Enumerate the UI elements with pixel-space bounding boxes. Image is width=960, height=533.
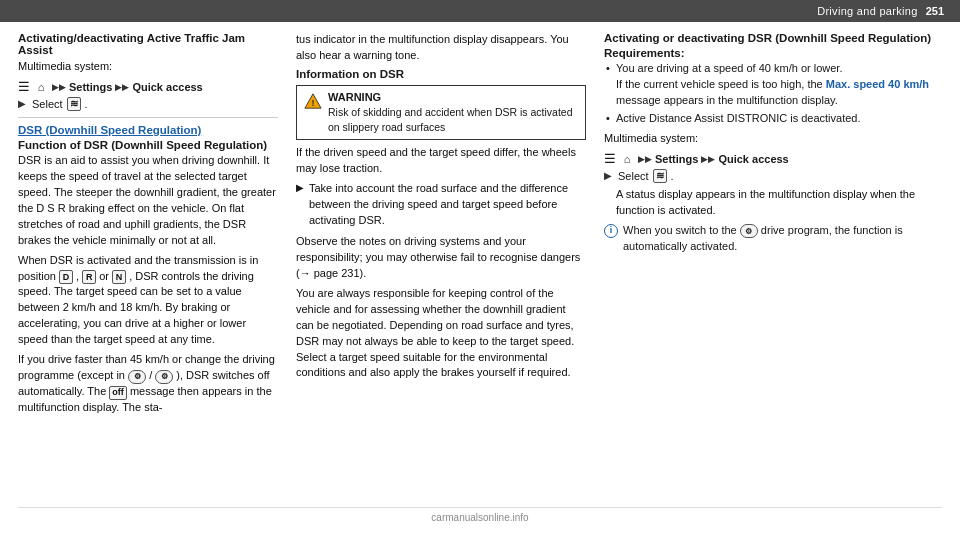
columns: Activating/deactivating Active Traffic J… [18,32,942,507]
info-text1: When you switch to the [623,224,737,236]
dsr-body1: DSR is an aid to assist you when driving… [18,153,278,249]
warning-triangle-icon: ! [304,92,322,110]
req-bullet1: You are driving at a speed of 40 km/h or… [604,61,942,109]
arrow2-left: ▶▶ [115,82,129,92]
dsr-or: or [99,270,109,282]
select-label-right: Select [618,170,649,182]
menu-icon-left: ☰ [18,79,30,94]
select-icon-left: ≋ [67,97,81,111]
footer-watermark: carmanualsonline.info [431,512,528,523]
multimedia-label-right: Multimedia system: [604,131,942,147]
dsr-slash: / [149,369,152,381]
dsr-function-heading: Function of DSR (Downhill Speed Regulati… [18,139,278,151]
action-bullet: ▶ Take into account the road surface and… [296,181,586,229]
quick-access-label-right: Quick access [718,153,788,165]
info-on-dsr-heading: Information on DSR [296,68,586,80]
select-icon-right: ≋ [653,169,667,183]
dsr-comma1: , [76,270,79,282]
settings-label-right: Settings [655,153,698,165]
dsr-prog-icon2: ⚙ [155,370,173,384]
col-left: Activating/deactivating Active Traffic J… [18,32,278,507]
req-bullet2: Active Distance Assist DISTRONIC is deac… [604,111,942,127]
dsr-D-icon: D [59,270,73,284]
dsr-R-icon: R [82,270,96,284]
arrow-bullet-right: ▶ [604,170,612,181]
dsr-prog-icon1: ⚙ [128,370,146,384]
action-text: Take into account the road surface and t… [309,181,586,229]
dsr-body3: If you drive faster than 45 km/h or chan… [18,352,278,416]
arrow1-left: ▶▶ [52,82,66,92]
status-text: A status display appears in the multifun… [604,187,942,219]
multimedia-nav-left: ☰ ⌂ ▶▶ Settings ▶▶ Quick access [18,79,278,95]
select-period-left: . [85,98,88,110]
dsr-N-icon: N [112,270,126,284]
select-label-left: Select [32,98,63,110]
info-line: i When you switch to the ⚙ drive program… [604,223,942,255]
requirements-list: You are driving at a speed of 40 km/h or… [604,61,942,127]
select-line-right: ▶ Select ≋ . [604,169,942,183]
col-right: Activating or deactivating DSR (Downhill… [604,32,942,507]
continued-text: tus indicator in the multifunction displ… [296,32,586,64]
dsr-body2: When DSR is activated and the transmissi… [18,253,278,349]
warning-triangle-container: ! [304,91,322,113]
warning-content: WARNING Risk of skidding and accident wh… [328,91,578,134]
info-drive-icon: ⚙ [740,224,758,238]
home-icon-left: ⌂ [33,79,49,95]
home-icon-right: ⌂ [619,151,635,167]
divider [18,117,278,118]
requirements-label: Requirements: [604,47,942,59]
warning-text: Risk of skidding and accident when DSR i… [328,105,578,134]
select-period-right: . [671,170,674,182]
content-area: Activating/deactivating Active Traffic J… [0,22,960,533]
menu-icon-right: ☰ [604,151,616,166]
req-speed-highlight: Max. speed 40 km/h [826,78,929,90]
multimedia-label-left: Multimedia system: [18,59,278,75]
req-bullet1b: If the current vehicle speed is too high… [616,78,823,90]
req-bullet1-text: You are driving at a speed of 40 km/h or… [616,62,842,74]
col-mid: tus indicator in the multifunction displ… [296,32,586,507]
settings-label-left: Settings [69,81,112,93]
dsr-link[interactable]: DSR (Downhill Speed Regulation) [18,124,278,136]
arrow1-right: ▶▶ [638,154,652,164]
arrow-bullet-left: ▶ [18,98,26,109]
info-circle-icon: i [604,224,618,238]
select-line-left: ▶ Select ≋ . [18,97,278,111]
arrow2-right: ▶▶ [701,154,715,164]
action-arrow: ▶ [296,182,304,229]
header-title: Driving and parking [817,5,917,17]
header-page-num: 251 [926,5,944,17]
footer: carmanualsonline.info [18,507,942,523]
warning-box: ! WARNING Risk of skidding and accident … [296,85,586,140]
warning-title: WARNING [328,91,578,103]
observe-text-content: Observe the notes on driving systems and… [296,235,580,279]
page-container: Driving and parking 251 Activating/deact… [0,0,960,533]
req-bullet1c: message appears in the multifunction dis… [616,94,838,106]
right-heading: Activating or deactivating DSR (Downhill… [604,32,942,44]
header-bar: Driving and parking 251 [0,0,960,22]
multimedia-nav-right: ☰ ⌂ ▶▶ Settings ▶▶ Quick access [604,151,942,167]
info-line-content: When you switch to the ⚙ drive program, … [623,223,942,255]
svg-text:!: ! [312,98,315,108]
observe-text: Observe the notes on driving systems and… [296,234,586,282]
quick-access-label-left: Quick access [132,81,202,93]
dsr-off-icon: off [109,386,127,400]
req-bullet2-text: Active Distance Assist DISTRONIC is deac… [616,112,861,124]
traction-text: If the driven speed and the target speed… [296,145,586,177]
section1-heading: Activating/deactivating Active Traffic J… [18,32,278,56]
always-text: You are always responsible for keeping c… [296,286,586,382]
